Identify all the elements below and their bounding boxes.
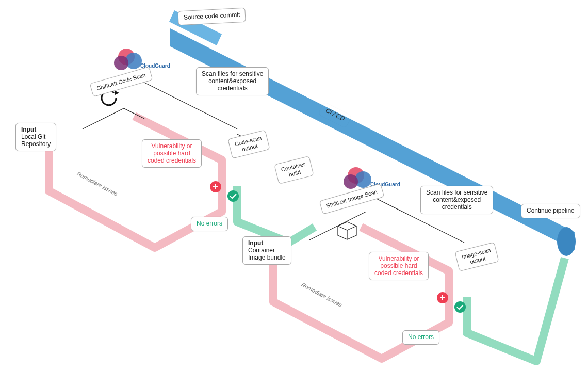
cloudguard-logo-2: [344, 167, 371, 189]
flow-layer: [0, 0, 588, 370]
no-errors-image: No errors: [402, 330, 439, 345]
success-flow-code: [237, 186, 315, 243]
success-flow-image: [467, 258, 565, 361]
svg-point-13: [344, 174, 358, 189]
vuln-code: Vulnerability or possible hard coded cre…: [142, 139, 202, 168]
input-git-body: Local Git Repository: [21, 133, 51, 148]
svg-marker-10: [115, 91, 119, 95]
continue-pipeline: Continue pipeline: [521, 204, 580, 218]
input-image-body: Container Image bundle: [248, 247, 286, 261]
input-image: Input Container Image bundle: [242, 236, 291, 265]
input-git-title: Input: [21, 126, 36, 133]
svg-point-4: [227, 190, 239, 202]
no-errors-code: No errors: [191, 217, 228, 231]
diagram-root: { "pipeline": { "source_commit": "Source…: [0, 0, 588, 370]
scan-desc-2: Scan files for sensitive content&exposed…: [420, 186, 493, 214]
input-git: Input Local Git Repository: [15, 123, 56, 151]
svg-point-6: [454, 301, 466, 313]
package-icon: [338, 222, 356, 239]
scan-desc-1: Scan files for sensitive content&exposed…: [196, 67, 269, 95]
svg-point-1: [557, 227, 576, 256]
cloudguard-logo-1: [114, 49, 142, 70]
cicd-pipe: [169, 10, 576, 256]
vuln-image: Vulnerability or possible hard coded cre…: [369, 252, 429, 280]
svg-point-9: [114, 56, 128, 70]
input-image-title: Input: [248, 239, 263, 247]
